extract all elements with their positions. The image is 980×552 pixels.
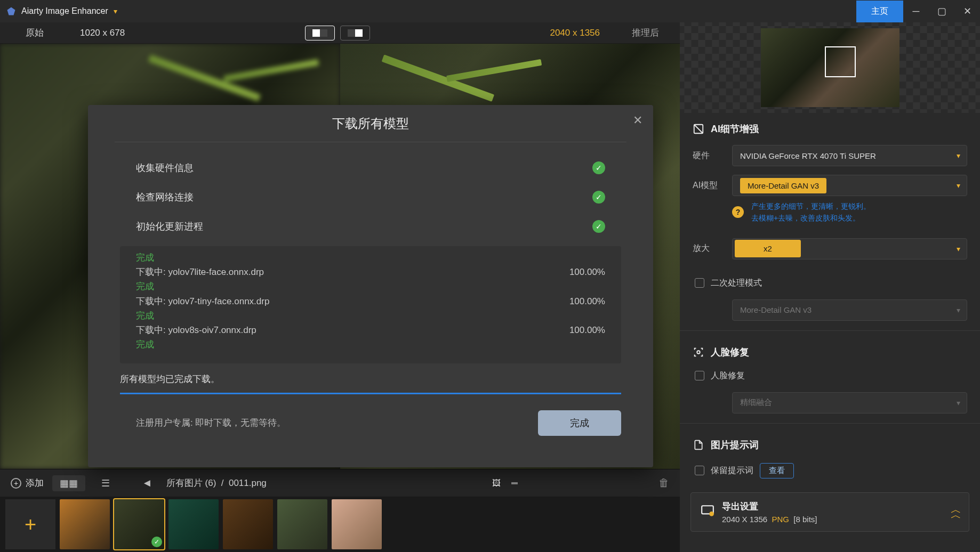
scale-select[interactable]: x2▾	[732, 238, 967, 259]
scale-label: 放大	[693, 243, 725, 254]
zoom-slider[interactable]	[511, 482, 518, 484]
export-title: 导出设置	[722, 500, 943, 513]
delete-button[interactable]: 🗑	[658, 477, 669, 489]
model-label: AI模型	[693, 180, 725, 191]
prompt-icon	[693, 439, 704, 451]
log-done: 完成	[136, 250, 154, 265]
nav-back-icon[interactable]: ◄	[142, 477, 152, 489]
log-done: 完成	[136, 337, 154, 352]
export-detail: 2040 X 1356 PNG [8 bits]	[722, 515, 943, 524]
secondary-mode-label: 二次处理模式	[711, 278, 762, 289]
download-log: 完成 下载中: yolov7lite-face.onnx.drp100.00% …	[120, 246, 621, 363]
thumbnail[interactable]	[223, 499, 273, 549]
dialog-title: 下载所有模型	[332, 115, 409, 132]
svg-point-4	[709, 512, 714, 516]
export-settings[interactable]: 导出设置 2040 X 1356 PNG [8 bits] ︿︿	[690, 492, 969, 532]
log-pct: 100.00%	[569, 265, 605, 279]
log-pct: 100.00%	[569, 323, 605, 337]
register-note: 注册用户专属: 即时下载，无需等待。	[136, 417, 538, 429]
thumbnail[interactable]: ✓	[114, 499, 164, 549]
check-icon: ✓	[592, 220, 605, 233]
app-title: Aiarty Image Enhancer	[21, 6, 108, 16]
keep-prompt-label: 保留提示词	[711, 465, 753, 476]
sidebar: AI细节增强 硬件 NVIDIA GeForce RTX 4070 Ti SUP…	[680, 22, 980, 552]
section-face-restore: 人脸修复	[680, 336, 980, 364]
thumbnail-strip: + ✓	[0, 497, 680, 552]
dialog-done-button[interactable]: 完成	[538, 410, 621, 436]
hardware-label: 硬件	[693, 150, 725, 161]
app-logo-icon	[6, 6, 16, 16]
model-hint: 产生更多的细节，更清晰，更锐利。	[751, 200, 967, 212]
chevron-down-icon: ▾	[957, 306, 960, 314]
grid-view-icon[interactable]: ▦▦	[52, 475, 85, 491]
log-file: 下载中: yolov7lite-face.onnx.drp	[136, 265, 569, 279]
zoom-icon: 🖼	[492, 478, 501, 488]
section-ai-detail: AI细节增强	[680, 113, 980, 141]
check-hardware: 收集硬件信息	[136, 161, 592, 174]
original-dimensions: 1020 x 678	[69, 28, 135, 38]
help-icon[interactable]: ?	[732, 206, 744, 218]
check-icon: ✓	[592, 161, 605, 174]
section-prompt: 图片提示词	[680, 429, 980, 457]
breadcrumb[interactable]: 所有图片 (6) / 0011.png	[166, 477, 267, 489]
dialog-close-button[interactable]: ✕	[633, 113, 642, 127]
plus-icon: +	[11, 478, 21, 489]
split-view-button[interactable]	[305, 26, 335, 40]
hardware-select[interactable]: NVIDIA GeForce RTX 4070 Ti SUPER▾	[732, 145, 967, 166]
home-button[interactable]: 主页	[856, 1, 903, 22]
chevron-down-icon: ▾	[957, 245, 960, 253]
svg-point-2	[697, 351, 700, 354]
add-thumbnail-button[interactable]: +	[5, 499, 55, 549]
face-icon	[693, 346, 704, 358]
secondary-mode-checkbox[interactable]	[695, 278, 704, 288]
log-done: 完成	[136, 309, 154, 323]
app-menu-chevron-icon[interactable]: ▾	[114, 7, 117, 15]
enhance-icon	[693, 123, 704, 135]
side-view-button[interactable]	[340, 26, 370, 40]
log-pct: 100.00%	[569, 294, 605, 309]
check-icon: ✓	[592, 191, 605, 204]
all-complete-text: 所有模型均已完成下载。	[120, 373, 621, 385]
export-icon	[701, 504, 714, 520]
keep-prompt-checkbox[interactable]	[695, 466, 704, 475]
view-prompt-button[interactable]: 查看	[760, 463, 794, 478]
navigator-viewport[interactable]	[825, 46, 856, 77]
view-toggle	[305, 26, 370, 40]
check-icon: ✓	[151, 537, 162, 547]
chevron-down-icon: ▾	[957, 181, 960, 190]
maximize-button[interactable]: ▢	[929, 0, 954, 22]
output-dimensions: 2040 x 1356	[539, 28, 611, 38]
model-hint: 去模糊+去噪，改善皮肤和头发。	[751, 212, 967, 224]
thumbnail[interactable]	[332, 499, 382, 549]
check-update: 初始化更新进程	[136, 220, 592, 233]
thumbnail[interactable]	[60, 499, 110, 549]
face-restore-checkbox[interactable]	[695, 371, 704, 380]
download-models-dialog: 下载所有模型 ✕ 收集硬件信息✓ 检查网络连接✓ 初始化更新进程✓ 完成 下载中…	[88, 105, 653, 467]
navigator-thumbnail[interactable]	[680, 22, 980, 113]
original-label: 原始	[0, 27, 69, 39]
footer-bar: +添加 ▦▦ ☰ ◄ 所有图片 (6) / 0011.png 🖼 🗑	[0, 469, 680, 497]
secondary-model-select: More-Detail GAN v3▾	[732, 299, 967, 321]
svg-marker-0	[7, 7, 15, 15]
chevron-down-icon: ▾	[957, 151, 960, 160]
minimize-button[interactable]: ─	[903, 0, 929, 22]
log-done: 完成	[136, 279, 154, 294]
log-file: 下载中: yolov7-tiny-face.onnx.drp	[136, 294, 569, 309]
expand-icon[interactable]: ︿︿	[951, 507, 959, 517]
log-file: 下载中: yolov8s-oiv7.onnx.drp	[136, 323, 569, 337]
thumbnail[interactable]	[168, 499, 219, 549]
dialog-checklist: 收集硬件信息✓ 检查网络连接✓ 初始化更新进程✓	[88, 142, 653, 246]
titlebar: Aiarty Image Enhancer ▾ 主页 ─ ▢ ✕	[0, 0, 980, 22]
face-restore-label: 人脸修复	[711, 370, 745, 381]
after-label: 推理后	[611, 27, 680, 39]
add-button[interactable]: +添加	[11, 477, 44, 489]
chevron-down-icon: ▾	[957, 399, 960, 407]
model-select[interactable]: More-Detail GAN v3▾	[732, 175, 967, 196]
thumbnail[interactable]	[277, 499, 327, 549]
list-view-icon[interactable]: ☰	[94, 475, 117, 491]
check-network: 检查网络连接	[136, 191, 592, 204]
top-info-bar: 原始 1020 x 678 2040 x 1356 推理后	[0, 22, 680, 44]
main-area: 原始 1020 x 678 2040 x 1356 推理后	[0, 22, 680, 552]
close-button[interactable]: ✕	[954, 0, 980, 22]
face-mode-select: 精细融合▾	[732, 392, 967, 413]
